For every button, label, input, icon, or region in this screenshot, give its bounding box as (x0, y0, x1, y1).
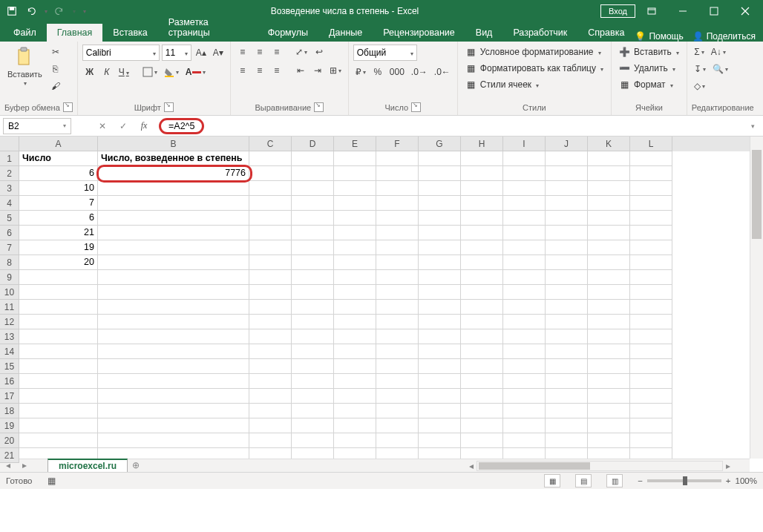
format-painter-icon[interactable]: 🖌 (48, 79, 63, 93)
cell[interactable] (292, 389, 334, 404)
cell[interactable] (19, 270, 98, 285)
cell[interactable] (630, 270, 672, 285)
cell[interactable] (461, 181, 503, 196)
cell[interactable] (292, 211, 334, 226)
cell[interactable] (503, 285, 546, 300)
save-icon[interactable] (3, 2, 21, 20)
share-button[interactable]: 👤Поделиться (692, 31, 756, 42)
formula-input[interactable]: =A2^5 (154, 118, 742, 134)
tab-review[interactable]: Рецензирование (373, 24, 465, 42)
tell-me[interactable]: 💡Помощь (635, 31, 683, 42)
cell[interactable] (461, 240, 503, 255)
cell[interactable] (334, 418, 376, 433)
cell[interactable] (98, 344, 249, 359)
cell[interactable] (292, 448, 334, 459)
sort-filter-icon[interactable]: A↓ (709, 45, 728, 59)
expand-formula-bar-icon[interactable]: ▾ (743, 118, 762, 134)
cell[interactable] (546, 359, 588, 374)
cell[interactable] (292, 255, 334, 270)
column-header[interactable]: F (376, 137, 419, 151)
tab-help[interactable]: Справка (577, 24, 635, 42)
cell[interactable] (19, 418, 98, 433)
cell[interactable] (249, 196, 292, 211)
cell[interactable] (588, 285, 630, 300)
cell[interactable] (249, 300, 292, 315)
cell[interactable] (376, 344, 419, 359)
row-header[interactable]: 17 (0, 389, 19, 404)
cell[interactable] (419, 226, 461, 240)
tab-layout[interactable]: Разметка страницы (158, 13, 258, 42)
cell[interactable] (588, 196, 630, 211)
find-select-icon[interactable]: 🔍 (710, 62, 730, 76)
cell[interactable] (249, 418, 292, 433)
column-header[interactable]: B (98, 137, 249, 151)
cell[interactable] (546, 329, 588, 344)
cell[interactable] (376, 151, 419, 166)
cell[interactable] (630, 196, 672, 211)
cell[interactable] (98, 404, 249, 418)
tab-view[interactable]: Вид (465, 24, 503, 42)
cell[interactable]: 20 (19, 255, 98, 270)
cell[interactable] (461, 433, 503, 448)
cell[interactable] (546, 344, 588, 359)
decrease-decimal-icon[interactable]: .0← (432, 65, 453, 79)
cell[interactable] (546, 448, 588, 459)
wrap-text-icon[interactable]: ↩ (312, 45, 327, 59)
cell[interactable] (588, 315, 630, 329)
cell[interactable] (249, 433, 292, 448)
cell[interactable] (546, 211, 588, 226)
cell[interactable] (461, 151, 503, 166)
cell[interactable] (503, 255, 546, 270)
cell[interactable] (376, 418, 419, 433)
row-header[interactable]: 15 (0, 359, 19, 374)
zoom-out-icon[interactable]: − (638, 476, 643, 485)
cell[interactable] (546, 404, 588, 418)
row-header[interactable]: 9 (0, 270, 19, 285)
percent-format-icon[interactable]: % (370, 65, 385, 79)
cell[interactable] (249, 181, 292, 196)
cell[interactable] (249, 344, 292, 359)
cell[interactable] (334, 389, 376, 404)
cell[interactable] (419, 418, 461, 433)
column-header[interactable]: E (334, 137, 376, 151)
cell[interactable] (630, 255, 672, 270)
font-size-combo[interactable]: 11 (162, 45, 191, 61)
cell[interactable] (588, 270, 630, 285)
cell[interactable] (588, 359, 630, 374)
row-header[interactable]: 19 (0, 418, 19, 433)
cell[interactable]: 6 (19, 166, 98, 181)
cell[interactable] (588, 329, 630, 344)
row-header[interactable]: 4 (0, 196, 19, 211)
qat-customize[interactable] (79, 2, 89, 20)
cell[interactable] (630, 285, 672, 300)
cell[interactable] (503, 211, 546, 226)
cell[interactable] (461, 300, 503, 315)
tab-home[interactable]: Главная (47, 24, 103, 42)
zoom-control[interactable]: − + 100% (638, 476, 757, 485)
cell[interactable]: 19 (19, 240, 98, 255)
cell[interactable] (292, 359, 334, 374)
cell[interactable] (546, 374, 588, 389)
cell[interactable] (98, 418, 249, 433)
clear-icon[interactable]: ◇ (692, 79, 707, 93)
cell[interactable] (19, 300, 98, 315)
cell[interactable] (503, 433, 546, 448)
cell[interactable] (588, 151, 630, 166)
cell[interactable] (334, 181, 376, 196)
cell[interactable] (376, 211, 419, 226)
column-header[interactable]: G (419, 137, 461, 151)
decrease-font-icon[interactable]: A▾ (211, 45, 226, 60)
cell[interactable] (98, 300, 249, 315)
cell[interactable] (292, 181, 334, 196)
cell[interactable] (98, 315, 249, 329)
row-header[interactable]: 8 (0, 255, 19, 270)
sign-in-button[interactable]: Вход (600, 4, 635, 18)
cell[interactable] (376, 166, 419, 181)
cell[interactable] (249, 270, 292, 285)
dialog-launcher[interactable] (314, 102, 324, 112)
cell[interactable]: 21 (19, 226, 98, 240)
cell[interactable] (588, 226, 630, 240)
column-header[interactable]: D (292, 137, 334, 151)
row-header[interactable]: 3 (0, 181, 19, 196)
row-header[interactable]: 11 (0, 300, 19, 315)
